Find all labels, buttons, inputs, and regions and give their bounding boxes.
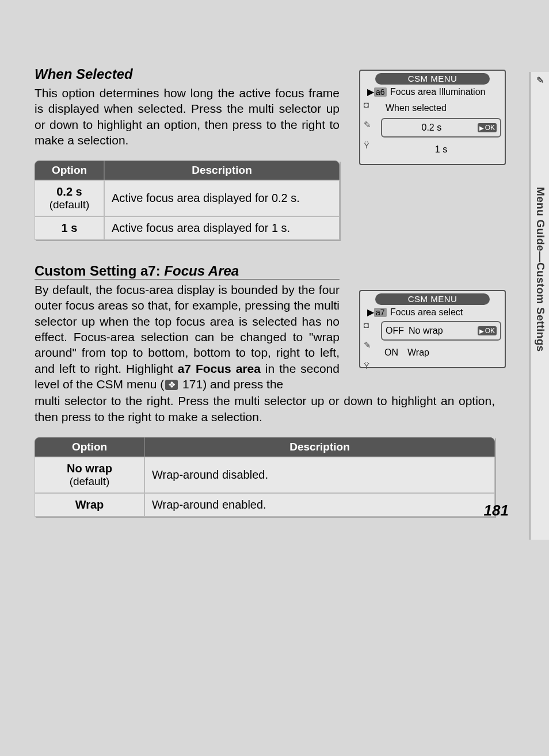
opt-desc: Active focus area displayed for 1 s. [104,216,340,240]
th-option: Option [35,437,144,457]
lcd-title: CSM MENU [375,73,490,85]
opt-default: (default) [42,198,97,211]
wrench-icon: Ÿ [364,361,371,371]
wrench-icon: Ÿ [364,140,371,150]
ok-badge: OK [478,326,497,335]
table-row: No wrap (default) Wrap-around disabled. [35,457,495,493]
lcd-side-icons: ◘ ✎ Ÿ [364,320,371,371]
lcd-option-row[interactable]: 0.2 s OK [381,118,501,138]
th-desc: Description [144,437,495,457]
side-tab-label: Menu Guide—Custom Settings [534,187,547,352]
lcd-subtitle: ▶a7 Focus area select [367,307,501,318]
th-desc: Description [104,161,340,180]
section1-heading: When Selected [35,66,340,82]
lcd-subtitle: ▶a6 Focus area Illumination [367,86,501,97]
lcd-screenshot-a7: CSM MENU ▶a7 Focus area select ◘ ✎ Ÿ OFF… [359,290,506,368]
pencil-icon: ✎ [364,340,371,350]
lcd-option-row[interactable]: ON Wrap [381,344,501,361]
section1-table: Option Description 0.2 s (default) Activ… [35,161,340,240]
lcd-label-row: When selected [381,101,501,114]
camera-icon: ◘ [364,100,371,109]
ok-badge: OK [478,123,497,132]
opt-desc: Wrap-around enabled. [144,493,495,517]
pencil-icon: ✎ [534,74,546,86]
page-number: 181 [484,502,509,520]
table-row: 1 s Active focus area displayed for 1 s. [35,216,340,240]
play-icon: ▶ [367,307,374,317]
opt-value: No wrap [67,462,112,475]
section2-heading: Custom Setting a7: Focus Area [35,263,340,280]
lcd-title: CSM MENU [375,293,490,305]
lcd-option-row[interactable]: 1 s [381,141,501,158]
section1-body: This option determines how long the acti… [35,85,340,148]
section2-body-continuation: multi selector to the right. Press the m… [35,393,495,425]
pencil-icon: ✎ [364,120,371,130]
camera-icon: ◘ [364,320,371,330]
opt-desc: Active focus area displayed for 0.2 s. [104,180,340,216]
lcd-screenshot-a6: CSM MENU ▶a6 Focus area Illumination ◘ ✎… [359,70,506,165]
side-tab: ✎ Menu Guide—Custom Settings [529,72,549,540]
opt-default: (default) [42,475,137,488]
page-ref-icon: ❖ [165,380,178,390]
opt-value: 0.2 s [56,185,82,198]
section2-table: Option Description No wrap (default) Wra… [35,437,495,517]
opt-desc: Wrap-around disabled. [144,457,495,493]
opt-value: Wrap [75,498,104,511]
th-option: Option [35,161,104,180]
lcd-side-icons: ◘ ✎ Ÿ [364,100,371,150]
table-row: Wrap Wrap-around enabled. [35,493,495,517]
play-icon: ▶ [367,87,374,97]
section2-body-part1: By default, the focus-area display is bo… [35,282,340,392]
opt-value: 1 s [62,222,78,234]
table-row: 0.2 s (default) Active focus area displa… [35,180,340,216]
lcd-option-row[interactable]: OFF No wrap OK [381,321,501,341]
